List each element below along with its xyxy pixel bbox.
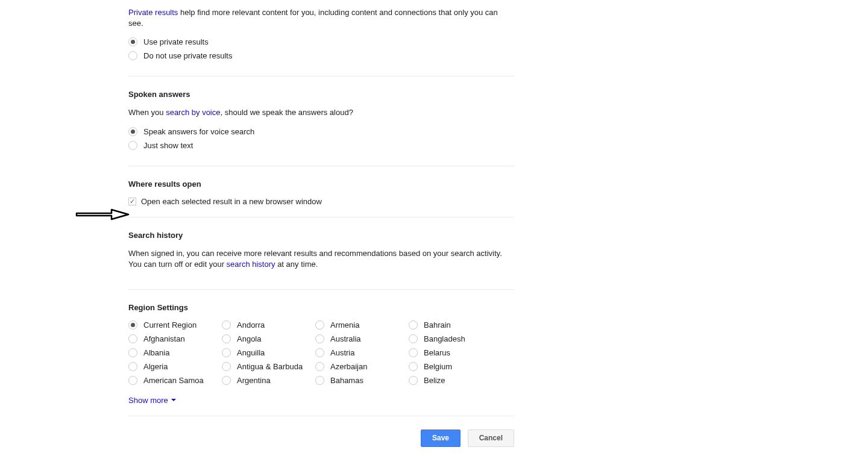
radio-label: Albania (143, 348, 169, 357)
private-results-link[interactable]: Private results (128, 8, 178, 17)
region-settings-section: Region Settings Current RegionAfghanista… (128, 303, 514, 416)
radio-label: Bahamas (330, 376, 363, 385)
show-more-link[interactable]: Show more (128, 396, 514, 405)
spoken-description: When you search by voice, should we spea… (128, 107, 514, 118)
private-results-section: Private results help find more relevant … (128, 7, 514, 77)
history-description: When signed in, you can receive more rel… (128, 248, 514, 270)
radio-label: Armenia (330, 320, 359, 330)
region-radio[interactable]: Antigua & Barbuda (222, 362, 315, 371)
region-radio[interactable]: Bahrain (409, 320, 502, 330)
section-title: Search history (128, 231, 514, 240)
region-radio[interactable]: Albania (128, 348, 222, 357)
region-radio[interactable]: Armenia (315, 320, 409, 330)
radio-icon (315, 362, 324, 371)
region-radio[interactable]: Belarus (409, 348, 502, 357)
radio-icon (128, 362, 137, 371)
region-radio[interactable]: Algeria (128, 362, 222, 371)
radio-label: Angola (237, 334, 261, 343)
private-results-description: Private results help find more relevant … (128, 7, 514, 29)
cancel-button[interactable]: Cancel (468, 429, 514, 447)
section-title: Region Settings (128, 303, 514, 312)
checkbox-icon: ✓ (128, 198, 136, 205)
radio-icon (315, 376, 324, 385)
region-radio[interactable]: Anguilla (222, 348, 315, 357)
radio-icon (222, 348, 231, 357)
private-results-desc-text: help find more relevant content for you,… (128, 8, 498, 28)
radio-label: Belize (424, 376, 445, 385)
annotation-arrow-icon (75, 207, 130, 222)
radio-icon (128, 127, 137, 136)
radio-icon (409, 362, 418, 371)
radio-icon (128, 334, 137, 343)
radio-icon (409, 376, 418, 385)
radio-label: Belgium (424, 362, 452, 371)
radio-label: Bahrain (424, 320, 451, 330)
radio-label: Do not use private results (143, 51, 232, 60)
spoken-speak-radio[interactable]: Speak answers for voice search (128, 127, 514, 136)
radio-label: Azerbaijan (330, 362, 367, 371)
region-radio[interactable]: Current Region (128, 320, 222, 330)
radio-label: Austria (330, 348, 354, 357)
region-radio[interactable]: Afghanistan (128, 334, 222, 343)
radio-icon (128, 141, 137, 150)
radio-icon (128, 348, 137, 357)
radio-icon (222, 334, 231, 343)
region-radio[interactable]: Azerbaijan (315, 362, 409, 371)
private-dont-use-radio[interactable]: Do not use private results (128, 51, 514, 60)
radio-label: Andorra (237, 320, 265, 330)
radio-icon (128, 51, 137, 60)
radio-icon (409, 348, 418, 357)
radio-label: Anguilla (237, 348, 265, 357)
radio-label: Argentina (237, 376, 271, 385)
section-title: Spoken answers (128, 90, 514, 99)
region-radio[interactable]: Australia (315, 334, 409, 343)
region-column: AndorraAngolaAnguillaAntigua & BarbudaAr… (222, 320, 315, 390)
search-by-voice-link[interactable]: search by voice (166, 108, 220, 117)
new-window-checkbox[interactable]: ✓ Open each selected result in a new bro… (128, 197, 514, 206)
radio-label: Antigua & Barbuda (237, 362, 303, 371)
radio-label: Bangladesh (424, 334, 465, 343)
history-desc-after: at any time. (275, 260, 318, 269)
radio-label: Speak answers for voice search (143, 127, 254, 136)
radio-icon (409, 320, 418, 330)
region-radio[interactable]: American Samoa (128, 376, 222, 385)
spoken-answers-section: Spoken answers When you search by voice,… (128, 90, 514, 166)
region-radio[interactable]: Bahamas (315, 376, 409, 385)
region-radio[interactable]: Belgium (409, 362, 502, 371)
region-radio[interactable]: Belize (409, 376, 502, 385)
radio-label: Belarus (424, 348, 450, 357)
spoken-text-radio[interactable]: Just show text (128, 141, 514, 150)
radio-label: Australia (330, 334, 361, 343)
show-more-label: Show more (128, 396, 168, 405)
region-radio[interactable]: Austria (315, 348, 409, 357)
region-radio[interactable]: Andorra (222, 320, 315, 330)
radio-icon (128, 320, 137, 330)
radio-icon (222, 320, 231, 330)
radio-icon (222, 376, 231, 385)
radio-label: American Samoa (143, 376, 204, 385)
region-radio[interactable]: Bangladesh (409, 334, 502, 343)
radio-label: Just show text (143, 141, 193, 150)
caret-down-icon (171, 399, 176, 401)
save-button[interactable]: Save (421, 429, 461, 447)
radio-label: Algeria (143, 362, 168, 371)
radio-icon (315, 348, 324, 357)
region-column: ArmeniaAustraliaAustriaAzerbaijanBahamas (315, 320, 409, 390)
radio-label: Afghanistan (143, 334, 185, 343)
checkbox-label: Open each selected result in a new brows… (141, 197, 322, 206)
spoken-desc-before: When you (128, 108, 166, 117)
region-column: BahrainBangladeshBelarusBelgiumBelize (409, 320, 502, 390)
radio-icon (315, 334, 324, 343)
radio-icon (315, 320, 324, 330)
radio-label: Use private results (143, 37, 209, 46)
private-use-radio[interactable]: Use private results (128, 37, 514, 46)
region-column: Current RegionAfghanistanAlbaniaAlgeriaA… (128, 320, 222, 390)
settings-page[interactable]: Private results help find more relevant … (0, 0, 858, 456)
search-history-section: Search history When signed in, you can r… (128, 231, 514, 290)
region-radio[interactable]: Argentina (222, 376, 315, 385)
button-bar: Save Cancel (128, 429, 514, 447)
section-title: Where results open (128, 180, 514, 189)
region-radio[interactable]: Angola (222, 334, 315, 343)
search-history-link[interactable]: search history (227, 260, 275, 269)
radio-icon (128, 376, 137, 385)
